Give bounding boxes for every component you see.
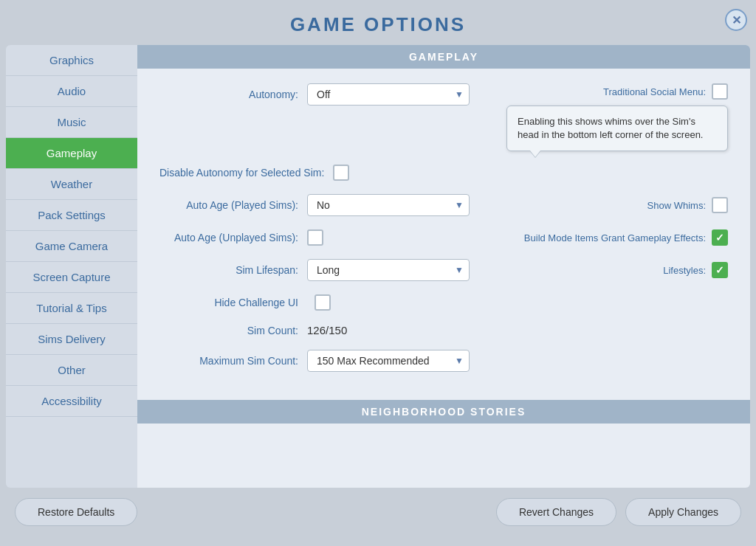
auto-age-played-dropdown-wrapper: No Yes ▼ [307, 194, 470, 216]
revert-changes-button[interactable]: Revert Changes [496, 498, 616, 526]
auto-age-played-label: Auto Age (Played Sims): [159, 199, 307, 211]
sidebar-item-game-camera[interactable]: Game Camera [6, 231, 137, 262]
traditional-social-label: Traditional Social Menu: [603, 86, 706, 97]
sim-count-label: Sim Count: [159, 325, 307, 336]
autonomy-label: Autonomy: [159, 89, 307, 100]
build-mode-row: Build Mode Items Grant Gameplay Effects: [524, 229, 728, 246]
auto-age-played-dropdown[interactable]: No Yes [307, 194, 470, 216]
lifestyles-row: Lifestyles: [566, 262, 728, 278]
apply-changes-button[interactable]: Apply Changes [625, 498, 741, 526]
sidebar-item-graphics[interactable]: Graphics [6, 45, 137, 76]
lifestyles-label: Lifestyles: [663, 265, 706, 276]
content-area: Gameplay Autonomy: Off Some Full ▼ [137, 45, 750, 488]
show-whims-label: Show Whims: [647, 200, 706, 211]
tooltip-box: Enabling this shows whims over the Sim's… [506, 106, 728, 151]
auto-age-unplayed-row: Auto Age (Unplayed Sims): Build Mode Ite… [159, 229, 728, 246]
bottom-bar: Restore Defaults Revert Changes Apply Ch… [0, 488, 756, 536]
neighborhood-section-header: Neighborhood Stories [137, 400, 750, 424]
sidebar-item-accessibility[interactable]: Accessibility [6, 386, 137, 417]
build-mode-label: Build Mode Items Grant Gameplay Effects: [524, 232, 706, 243]
hide-challenge-checkbox[interactable] [315, 294, 331, 311]
max-sim-count-dropdown-wrapper: 100 Max Recommended 150 Max Recommended … [307, 350, 470, 372]
sidebar-item-audio[interactable]: Audio [6, 76, 137, 107]
disable-autonomy-checkbox[interactable] [333, 165, 349, 181]
auto-age-unplayed-checkbox[interactable] [307, 229, 323, 246]
autonomy-dropdown[interactable]: Off Some Full [307, 83, 470, 106]
page-title: Game Options [0, 0, 756, 45]
sidebar-item-other[interactable]: Other [6, 355, 137, 386]
show-whims-row: Show Whims: [566, 197, 728, 213]
gameplay-section-header: Gameplay [137, 45, 750, 69]
sim-lifespan-dropdown-wrapper: Short Normal Long Epic ▼ [307, 259, 470, 281]
auto-age-played-row: Auto Age (Played Sims): No Yes ▼ Show Wh… [159, 194, 728, 216]
sidebar-item-screen-capture[interactable]: Screen Capture [6, 262, 137, 293]
sidebar-item-sims-delivery[interactable]: Sims Delivery [6, 324, 137, 355]
lifestyles-checkbox[interactable] [712, 262, 728, 278]
close-button[interactable]: ✕ [725, 9, 747, 31]
restore-defaults-button[interactable]: Restore Defaults [15, 498, 137, 526]
hide-challenge-label: Hide Challenge UI [159, 297, 307, 308]
settings-grid: Autonomy: Off Some Full ▼ Traditional So… [137, 69, 750, 400]
sim-lifespan-dropdown[interactable]: Short Normal Long Epic [307, 259, 470, 281]
show-whims-checkbox[interactable] [712, 197, 728, 213]
hide-challenge-row: Hide Challenge UI [159, 294, 728, 311]
traditional-social-checkbox[interactable] [712, 83, 728, 100]
sidebar-item-tutorial-tips[interactable]: Tutorial & Tips [6, 293, 137, 324]
max-sim-count-row: Maximum Sim Count: 100 Max Recommended 1… [159, 350, 728, 372]
sim-count-value: 126/150 [307, 324, 347, 336]
disable-autonomy-label: Disable Autonomy for Selected Sim: [159, 167, 333, 179]
bottom-right-buttons: Revert Changes Apply Changes [496, 498, 741, 526]
tooltip-text: Enabling this shows whims over the Sim's… [518, 116, 703, 140]
max-sim-count-dropdown[interactable]: 100 Max Recommended 150 Max Recommended … [307, 350, 470, 372]
auto-age-unplayed-label: Auto Age (Unplayed Sims): [159, 232, 307, 243]
sidebar-item-weather[interactable]: Weather [6, 169, 137, 200]
sim-lifespan-label: Sim Lifespan: [159, 264, 307, 276]
main-layout: Graphics Audio Music Gameplay Weather Pa… [6, 45, 750, 488]
sidebar: Graphics Audio Music Gameplay Weather Pa… [6, 45, 137, 488]
sim-count-row: Sim Count: 126/150 [159, 324, 728, 336]
sidebar-item-pack-settings[interactable]: Pack Settings [6, 200, 137, 231]
traditional-social-row: Traditional Social Menu: [603, 83, 728, 100]
build-mode-checkbox[interactable] [712, 229, 728, 246]
max-sim-count-label: Maximum Sim Count: [159, 355, 307, 367]
sim-lifespan-row: Sim Lifespan: Short Normal Long Epic ▼ L… [159, 259, 728, 281]
autonomy-dropdown-wrapper: Off Some Full ▼ [307, 83, 470, 106]
sidebar-item-music[interactable]: Music [6, 107, 137, 138]
disable-autonomy-row: Disable Autonomy for Selected Sim: [159, 165, 728, 181]
sidebar-item-gameplay[interactable]: Gameplay [6, 138, 137, 169]
autonomy-row: Autonomy: Off Some Full ▼ Traditional So… [159, 83, 728, 151]
